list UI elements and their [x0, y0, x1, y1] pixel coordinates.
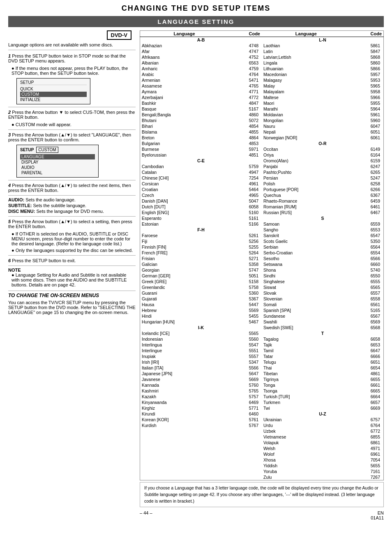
lang-name-right: Russian [RUS] — [262, 210, 350, 215]
table-row: Greek [GRE]5158Singhalese6555 — [140, 279, 384, 284]
table-row: German [GER]5051Sindhi6550 — [140, 273, 384, 279]
table-row: Bihari4854Nauru6047 — [140, 123, 384, 129]
lang-code-right: 6651 — [350, 359, 384, 365]
lang-code-left: 5161 — [228, 215, 262, 221]
table-row: Uzbek6772 — [140, 428, 384, 434]
lang-code-left: 7254 — [228, 175, 262, 181]
table-row: Hindi5455Sundanese6567 — [140, 313, 384, 319]
lang-name-left: Chinese [CHI] — [140, 175, 229, 181]
lang-name-left: Greek [GRE] — [140, 279, 229, 284]
lang-name-left: Cambodian — [140, 164, 229, 169]
lang-name-right: Uzbek — [262, 428, 350, 434]
lang-name-left: Bashkir — [140, 100, 229, 106]
lang-code-left: 5551 — [228, 348, 262, 353]
lang-code-right: 6657 — [350, 399, 384, 405]
lang-name-right: Setswana — [262, 261, 350, 267]
table-row: Galician5358Setswana6660 — [140, 261, 384, 267]
lang-name-left: Kashmiri — [140, 388, 229, 394]
step-3-text: Press the Arrow button (▲/▼) to select "… — [8, 132, 131, 142]
table-row: Italian [ITA]5566Thai6654 — [140, 365, 384, 371]
lang-name-right: Malayalam — [262, 89, 350, 95]
lang-name-left: Kurdish — [140, 422, 229, 428]
lang-code-right: 7161 — [350, 469, 384, 474]
table-row: Estonian5166Samoan6559 — [140, 221, 384, 227]
lang-name-right: Macedonian — [262, 72, 350, 77]
lang-code-right: 5247 — [350, 175, 384, 181]
lang-name-left: Czech — [140, 192, 229, 198]
table-row: Greenlandic5758Siswat6565 — [140, 284, 384, 290]
table-row: Bashkir4847Maori5955 — [140, 100, 384, 106]
lang-code-right: 6559 — [350, 221, 384, 227]
table-row: Inupiak5557Tatar6666 — [140, 353, 384, 359]
lang-name-right: Shona — [262, 267, 350, 273]
setup-value: CUSTOM — [36, 147, 58, 153]
lang-code-right: 6149 — [350, 146, 384, 152]
lang-name-left: Greenlandic — [140, 284, 229, 290]
lang-code-right: 6757 — [350, 417, 384, 422]
lang-name-left: Italian [ITA] — [140, 365, 229, 371]
header-language-2: Language — [262, 31, 350, 37]
lang-code-left: 5072 — [228, 118, 262, 123]
step-1-bullet: If the menu does not appear, press the P… — [12, 66, 136, 76]
lang-code-right: 6653 — [350, 342, 384, 348]
lang-name-left: Catalan — [140, 169, 229, 175]
lang-name-right: Oriya — [262, 152, 350, 158]
table-row: Hungarian [HUN]5467Swahili6569 — [140, 319, 384, 325]
lang-name-left: Irish [IRI] — [140, 359, 229, 365]
lang-code-right: 5165 — [350, 307, 384, 313]
lang-name-right: Maltese — [262, 95, 350, 100]
table-row: Aymara4771Malayalam5958 — [140, 89, 384, 95]
lang-code-right: 6159 — [350, 158, 384, 164]
lang-code-right: 6554 — [350, 250, 384, 256]
lang-name-right: Nepali — [262, 129, 350, 135]
lang-name-right: Sangho — [262, 227, 350, 233]
table-row: Breton4864Norwegian [NOR]6061 — [140, 135, 384, 141]
setup-menu-1-title: SETUP — [20, 80, 87, 85]
table-row: Afrikaans4752Latvian;Lettish5868 — [140, 54, 384, 60]
lang-code-left: 5347 — [228, 359, 262, 365]
table-row: Catalan4947Pashto;Pushto6265 — [140, 169, 384, 175]
lang-name-left: Arabic — [140, 72, 229, 77]
table-row: Kannada5760Tonga6661 — [140, 382, 384, 388]
lang-code-right: 5866 — [350, 66, 384, 72]
lang-code-left: 4752 — [228, 54, 262, 60]
lang-name-right: Malagasy — [262, 77, 350, 83]
lang-code-right: 5961 — [350, 112, 384, 118]
table-row: Esperanto5161S — [140, 215, 384, 221]
lang-code-right: 6660 — [350, 261, 384, 267]
table-row: Czech4965Quechua6367 — [140, 192, 384, 198]
lang-name-right: Yiddish — [262, 463, 350, 469]
table-row: Hausa5447Somali6561 — [140, 302, 384, 307]
lang-code-left: 4947 — [228, 169, 262, 175]
table-row: Kirghiz5771Twi6669 — [140, 405, 384, 411]
lang-name-right: Swedish [SWE] — [262, 325, 350, 330]
lang-name-left: Aymara — [140, 89, 229, 95]
lang-code-right: 4971 — [350, 446, 384, 451]
lang-name-right: Yoruba — [262, 469, 350, 474]
lang-code-left: 4855 — [228, 129, 262, 135]
audio-info-subtitle: SUBTITLE: Sets the subtitle language. — [8, 203, 136, 208]
lang-code-left: 5467 — [228, 319, 262, 325]
section-label-left: F-H — [140, 227, 262, 233]
lang-name-right: Portuguese [POR] — [262, 187, 350, 192]
lang-code-right: 6461 — [350, 204, 384, 210]
lang-code-left: 4748 — [228, 43, 262, 48]
lang-name-right: Slovak — [262, 290, 350, 296]
lang-code-left: 4854 — [228, 123, 262, 129]
lang-name-left: Interlingue — [140, 348, 229, 353]
lang-name-right: Serbo-Croatian — [262, 250, 350, 256]
section-label-right: L-N — [262, 37, 384, 43]
table-row: Bengali;Bangla4860Moldavian5961 — [140, 112, 384, 118]
lang-code-left: 5160 — [228, 210, 262, 215]
lang-name-left: Inupiak — [140, 353, 229, 359]
lang-code-right: 5953 — [350, 77, 384, 83]
table-row: French [FRE]5264Serbo-Croatian6554 — [140, 250, 384, 256]
table-row: Vietnamese6855 — [140, 434, 384, 440]
lang-code-left: 6469 — [228, 399, 262, 405]
table-row: Corsican4961Polish6258 — [140, 181, 384, 187]
table-row: Guarani5360Slovak6557 — [140, 290, 384, 296]
table-row: A-BL-N — [140, 37, 384, 43]
lang-code-left: 5261 — [228, 233, 262, 238]
lang-name-right: Moldavian — [262, 112, 350, 118]
lang-name-right: Tsonga — [262, 388, 350, 394]
